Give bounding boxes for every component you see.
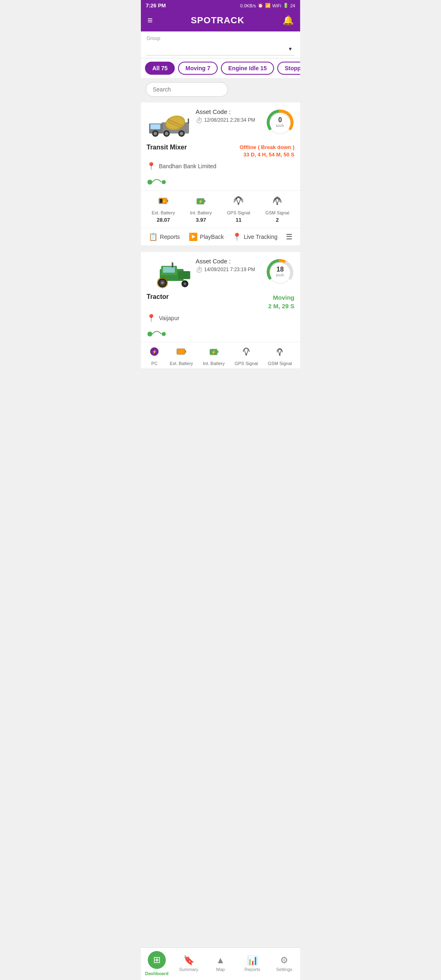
vehicle-name-transit: Transit Mixer xyxy=(147,144,187,151)
gps-signal-value: 11 xyxy=(236,217,241,223)
tractor-image xyxy=(147,258,192,288)
live-tracking-btn-transit[interactable]: 📍 Live Tracking xyxy=(232,232,277,241)
location-row-transit: 📍 Bandhan Bank Limited xyxy=(141,160,300,173)
vehicle-name-tractor: Tractor xyxy=(147,293,169,301)
filter-tab-all[interactable]: All 75 xyxy=(145,62,175,75)
signal-icon: 📶 xyxy=(265,3,271,8)
svg-text:⚡: ⚡ xyxy=(152,349,157,354)
asset-timestamp-tractor: 14/09/2021 7:23:19 PM xyxy=(204,267,255,272)
int-battery-label: Int. Battery xyxy=(190,210,212,215)
svg-point-42 xyxy=(162,332,166,336)
gsm-signal-sensor-tractor: GSM Signal xyxy=(268,346,292,366)
svg-rect-48 xyxy=(217,351,218,353)
filter-tab-engine[interactable]: Engine Idle 15 xyxy=(221,62,274,75)
svg-rect-2 xyxy=(150,124,160,129)
svg-point-41 xyxy=(147,332,152,336)
card-top-tractor: Asset Code : ⏱️ 14/09/2021 7:23:19 PM xyxy=(141,252,300,292)
clock-icon-tractor: ⏱️ xyxy=(196,266,203,273)
asset-code-label-tractor: Asset Code : xyxy=(196,258,262,265)
gps-signal-icon-tractor xyxy=(241,346,252,359)
name-status-tractor: Tractor Moving 2 M, 29 S xyxy=(141,292,300,312)
location-transit: Bandhan Bank Limited xyxy=(159,163,216,169)
svg-rect-30 xyxy=(163,267,175,273)
reports-icon: 📋 xyxy=(149,232,158,241)
sensor-row-tractor-partial: ⚡ PC Ext. Battery xyxy=(141,342,300,368)
svg-rect-28 xyxy=(178,271,190,279)
vehicle-info-tractor: Asset Code : ⏱️ 14/09/2021 7:23:19 PM xyxy=(196,258,262,273)
svg-point-17 xyxy=(162,180,166,184)
playback-icon: ▶️ xyxy=(189,232,198,241)
more-options-btn-transit[interactable]: ☰ xyxy=(286,232,292,241)
ext-battery-icon: ⚡ xyxy=(158,196,169,209)
int-battery-sensor-tractor2: ⚡ Int. Battery xyxy=(203,346,225,366)
ext-battery-label: Ext. Battery xyxy=(152,210,175,215)
clock-icon: ⏱️ xyxy=(196,117,203,123)
live-tracking-icon: 📍 xyxy=(232,232,241,241)
gsm-signal-sensor: GSM Signal 2 xyxy=(265,196,290,223)
vehicle-card-transit-mixer: Asset Code : ⏱️ 12/08/2021 2:28:34 PM xyxy=(141,102,300,245)
int-battery-icon: ⚡ xyxy=(196,196,206,209)
svg-point-25 xyxy=(238,203,239,205)
svg-text:⚡: ⚡ xyxy=(198,199,203,204)
search-section xyxy=(141,78,300,101)
asset-code-label: Asset Code : xyxy=(196,108,262,115)
status-moving-tractor: Moving 2 M, 29 S xyxy=(268,293,294,310)
svg-rect-31 xyxy=(172,263,173,268)
gps-signal-icon xyxy=(233,196,244,209)
asset-time-transit: ⏱️ 12/08/2021 2:28:34 PM xyxy=(196,117,262,123)
svg-point-50 xyxy=(245,354,247,355)
filter-tab-stoppage[interactable]: Stoppage xyxy=(277,62,300,75)
route-icon-tractor xyxy=(141,325,300,342)
int-battery-icon-tractor: ⚡ xyxy=(209,346,219,359)
gsm-signal-icon-tractor xyxy=(274,346,285,359)
speedometer-transit: 0 km/h xyxy=(266,108,294,137)
svg-point-34 xyxy=(161,282,164,284)
filter-tabs: All 75 Moving 7 Engine Idle 15 Stoppage xyxy=(141,58,300,78)
name-status-transit: Transit Mixer Offline ( Break down ) 33 … xyxy=(141,142,300,160)
app-header: ≡ SPOTRACK 🔔 xyxy=(141,11,300,31)
app-title: SPOTRACK xyxy=(191,15,244,26)
ext-battery-sensor: ⚡ Ext. Battery 28.07 xyxy=(152,196,175,223)
location-pin-icon-tractor: 📍 xyxy=(147,314,156,323)
svg-rect-45 xyxy=(177,349,185,354)
group-dropdown[interactable]: ▼ xyxy=(147,43,294,56)
search-input[interactable] xyxy=(146,82,228,97)
svg-text:⚡: ⚡ xyxy=(211,350,216,355)
speed-value-tractor: 18 xyxy=(276,266,284,273)
playback-btn-transit[interactable]: ▶️ PlayBack xyxy=(189,232,224,241)
status-offline-transit: Offline ( Break down ) 33 D, 4 H, 54 M, … xyxy=(240,144,294,158)
int-battery-label-tractor: Int. Battery xyxy=(203,361,225,366)
network-speed: 0.0KB/s xyxy=(240,3,256,8)
notification-bell-icon[interactable]: 🔔 xyxy=(283,15,294,26)
svg-point-26 xyxy=(276,203,278,205)
ext-battery-sensor-tractor: ⚡ PC xyxy=(149,346,160,366)
int-battery-sensor: ⚡ Int. Battery 3.97 xyxy=(190,196,212,223)
alarm-icon: ⏰ xyxy=(258,3,263,8)
reports-label-transit: Reports xyxy=(160,234,180,240)
svg-rect-13 xyxy=(188,118,189,123)
speed-display-transit: 0 km/h xyxy=(276,116,284,128)
menu-icon[interactable]: ≡ xyxy=(147,15,153,26)
svg-point-37 xyxy=(184,283,186,285)
group-section: Group ▼ xyxy=(141,31,300,58)
location-pin-icon: 📍 xyxy=(147,162,156,171)
route-icon-transit xyxy=(141,173,300,190)
svg-text:⚡: ⚡ xyxy=(162,199,166,203)
svg-rect-19 xyxy=(167,200,168,202)
ext-battery-icon-tractor xyxy=(176,346,187,359)
svg-rect-46 xyxy=(185,350,186,353)
battery-level: 24 xyxy=(290,3,295,8)
pc-label: PC xyxy=(151,361,158,366)
svg-point-8 xyxy=(154,132,157,136)
svg-point-12 xyxy=(180,132,183,136)
filter-tab-moving[interactable]: Moving 7 xyxy=(178,62,218,75)
sensor-row-transit: ⚡ Ext. Battery 28.07 ⚡ Int. Battery 3.97 xyxy=(141,190,300,228)
gsm-signal-label: GSM Signal xyxy=(265,210,290,215)
gsm-signal-value: 2 xyxy=(276,217,278,223)
reports-btn-transit[interactable]: 📋 Reports xyxy=(149,232,180,241)
wifi-icon: WiFi xyxy=(272,3,281,8)
ext-battery-value: 28.07 xyxy=(157,217,170,223)
int-battery-value: 3.97 xyxy=(196,217,206,223)
speed-display-tractor: 18 km/h xyxy=(276,266,284,277)
action-row-transit: 📋 Reports ▶️ PlayBack 📍 Live Tracking ☰ xyxy=(141,228,300,245)
